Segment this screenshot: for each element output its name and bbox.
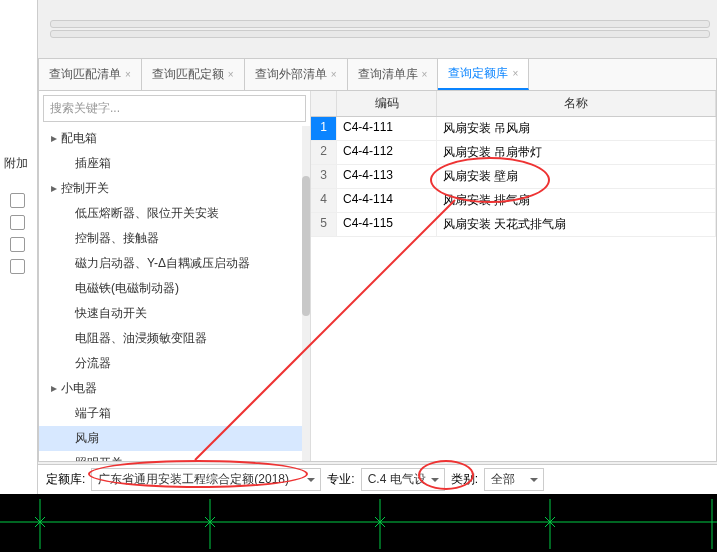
tree-item[interactable]: 配电箱 (39, 126, 310, 151)
tab-label: 查询定额库 (448, 65, 508, 82)
row-number: 5 (311, 213, 337, 236)
table-row[interactable]: 1C4-4-111风扇安装 吊风扇 (311, 117, 716, 141)
spec-label: 专业: (327, 471, 354, 488)
toolbar-strip-2 (50, 30, 710, 38)
tab-label: 查询匹配清单 (49, 66, 121, 83)
tab-quota-lib[interactable]: 查询定额库× (438, 59, 529, 90)
row-code: C4-4-111 (337, 117, 437, 140)
grid-rows: 1C4-4-111风扇安装 吊风扇2C4-4-112风扇安装 吊扇带灯3C4-4… (311, 117, 716, 461)
main-panel: 查询匹配清单× 查询匹配定额× 查询外部清单× 查询清单库× 查询定额库× 搜索… (38, 58, 717, 462)
attach-checkbox-2[interactable] (10, 215, 25, 230)
row-number: 3 (311, 165, 337, 188)
row-code: C4-4-115 (337, 213, 437, 236)
lib-label: 定额库: (46, 471, 85, 488)
bottom-bar: 定额库: 广东省通用安装工程综合定额(2018) 专业: C.4 电气设 类别:… (38, 464, 717, 494)
grid-pane: 编码 名称 1C4-4-111风扇安装 吊风扇2C4-4-112风扇安装 吊扇带… (311, 91, 716, 461)
attach-checkbox-1[interactable] (10, 193, 25, 208)
toolbar-strip (50, 20, 710, 28)
grid-header: 编码 名称 (311, 91, 716, 117)
tree-item[interactable]: 控制器、接触器 (39, 226, 310, 251)
tree-item[interactable]: 小电器 (39, 376, 310, 401)
attach-checkbox-4[interactable] (10, 259, 25, 274)
tree-item[interactable]: 分流器 (39, 351, 310, 376)
grid-header-name[interactable]: 名称 (437, 91, 716, 116)
attach-label: 附加 (4, 155, 28, 172)
row-name: 风扇安装 天花式排气扇 (437, 213, 716, 236)
row-name: 风扇安装 排气扇 (437, 189, 716, 212)
row-number: 1 (311, 117, 337, 140)
row-number: 4 (311, 189, 337, 212)
close-icon[interactable]: × (228, 69, 234, 80)
tree-item[interactable]: 端子箱 (39, 401, 310, 426)
tree-item[interactable]: 控制开关 (39, 176, 310, 201)
row-code: C4-4-112 (337, 141, 437, 164)
panel-body: 搜索关键字... 配电箱插座箱控制开关低压熔断器、限位开关安装控制器、接触器磁力… (39, 91, 716, 461)
row-name: 风扇安装 吊风扇 (437, 117, 716, 140)
cat-label: 类别: (451, 471, 478, 488)
close-icon[interactable]: × (331, 69, 337, 80)
tab-label: 查询外部清单 (255, 66, 327, 83)
table-row[interactable]: 4C4-4-114风扇安装 排气扇 (311, 189, 716, 213)
category-tree[interactable]: 配电箱插座箱控制开关低压熔断器、限位开关安装控制器、接触器磁力启动器、Y-Δ自耦… (39, 126, 310, 461)
row-name: 风扇安装 壁扇 (437, 165, 716, 188)
tree-scrollbar[interactable] (302, 126, 310, 461)
close-icon[interactable]: × (125, 69, 131, 80)
lib-dropdown[interactable]: 广东省通用安装工程综合定额(2018) (91, 468, 321, 491)
table-row[interactable]: 2C4-4-112风扇安装 吊扇带灯 (311, 141, 716, 165)
tree-item[interactable]: 电磁铁(电磁制动器) (39, 276, 310, 301)
tab-match-list[interactable]: 查询匹配清单× (39, 59, 142, 90)
tree-item[interactable]: 照明开关 (39, 451, 310, 461)
tab-label: 查询匹配定额 (152, 66, 224, 83)
tree-scroll-thumb[interactable] (302, 176, 310, 316)
close-icon[interactable]: × (512, 68, 518, 79)
row-code: C4-4-113 (337, 165, 437, 188)
tree-item[interactable]: 插座箱 (39, 151, 310, 176)
attach-checkbox-3[interactable] (10, 237, 25, 252)
tab-match-quota[interactable]: 查询匹配定额× (142, 59, 245, 90)
grid-header-num (311, 91, 337, 116)
tree-item[interactable]: 电阻器、油浸频敏变阻器 (39, 326, 310, 351)
tree-item[interactable]: 快速自动开关 (39, 301, 310, 326)
table-row[interactable]: 3C4-4-113风扇安装 壁扇 (311, 165, 716, 189)
cad-canvas[interactable] (0, 494, 717, 552)
tab-external-list[interactable]: 查询外部清单× (245, 59, 348, 90)
grid-header-code[interactable]: 编码 (337, 91, 437, 116)
tree-item[interactable]: 磁力启动器、Y-Δ自耦减压启动器 (39, 251, 310, 276)
tab-bar: 查询匹配清单× 查询匹配定额× 查询外部清单× 查询清单库× 查询定额库× (39, 59, 716, 91)
tab-label: 查询清单库 (358, 66, 418, 83)
cat-dropdown[interactable]: 全部 (484, 468, 544, 491)
search-input[interactable]: 搜索关键字... (43, 95, 306, 122)
left-gutter (0, 0, 38, 552)
tree-item[interactable]: 低压熔断器、限位开关安装 (39, 201, 310, 226)
tab-list-lib[interactable]: 查询清单库× (348, 59, 439, 90)
row-number: 2 (311, 141, 337, 164)
tree-pane: 搜索关键字... 配电箱插座箱控制开关低压熔断器、限位开关安装控制器、接触器磁力… (39, 91, 311, 461)
row-code: C4-4-114 (337, 189, 437, 212)
tree-item[interactable]: 风扇 (39, 426, 310, 451)
table-row[interactable]: 5C4-4-115风扇安装 天花式排气扇 (311, 213, 716, 237)
spec-dropdown[interactable]: C.4 电气设 (361, 468, 445, 491)
row-name: 风扇安装 吊扇带灯 (437, 141, 716, 164)
close-icon[interactable]: × (422, 69, 428, 80)
